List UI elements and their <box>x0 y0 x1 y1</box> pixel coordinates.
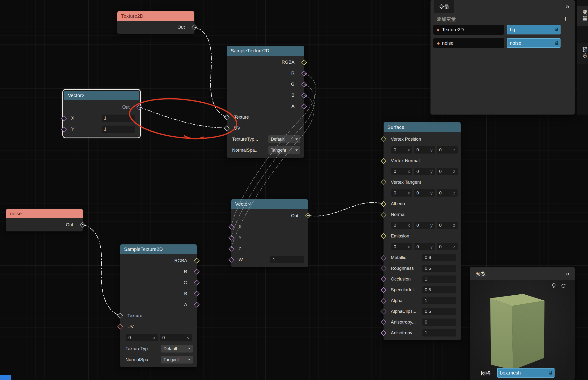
x-field[interactable]: 0x <box>391 146 412 153</box>
y-field[interactable]: 0y <box>414 190 435 197</box>
wire-vector4-to-surface-albedo[interactable] <box>308 203 383 216</box>
node-vector2[interactable]: Vector2 Out X 1 Y 1 <box>64 90 139 137</box>
variables-panel-tab[interactable]: 变量 <box>434 0 454 13</box>
variable-pill-noise[interactable]: ◆ noise <box>433 38 504 48</box>
x-field[interactable]: 0x <box>391 222 412 229</box>
bottom-left-blue-button[interactable] <box>0 375 11 380</box>
y-field[interactable]: 0y <box>414 243 435 250</box>
z-field[interactable]: 0z <box>437 190 458 197</box>
input-port-x[interactable] <box>228 224 234 229</box>
node-title[interactable]: noise <box>6 209 83 218</box>
normal-space-dropdown[interactable]: Tangent <box>268 146 300 154</box>
output-port-r[interactable] <box>301 70 307 76</box>
output-port-out[interactable] <box>305 213 311 219</box>
output-port-g[interactable] <box>301 81 307 87</box>
add-variable-button[interactable]: + <box>563 15 568 22</box>
output-port-out[interactable] <box>80 222 86 228</box>
input-port-anisotropy-b[interactable] <box>381 330 386 336</box>
input-port-texture[interactable] <box>224 114 229 120</box>
input-port-roughness[interactable] <box>381 266 386 271</box>
node-vector4[interactable]: Vector4 Out X Y Z W 1 <box>231 199 308 267</box>
node-title[interactable]: Vector2 <box>64 91 139 100</box>
mesh-input[interactable] <box>497 368 554 378</box>
output-port-out[interactable] <box>136 104 142 110</box>
node-title[interactable]: Surface <box>384 122 460 132</box>
input-port-alpha-clip[interactable] <box>381 308 386 314</box>
alpha-clip-field[interactable]: 0.5 <box>422 308 456 315</box>
input-port-normal[interactable] <box>381 212 386 217</box>
z-field[interactable]: 0z <box>437 168 458 175</box>
node-sampletexture2d-bottom[interactable]: SampleTexture2D RGBA R G B A Texture UV … <box>120 244 197 367</box>
preview-viewport[interactable]: 网格 <box>470 280 575 380</box>
tab-preview[interactable]: 预览 <box>577 43 588 64</box>
anisotropy-a-field[interactable]: 0 <box>422 319 456 326</box>
output-port-a[interactable] <box>194 302 200 307</box>
input-port-emission[interactable] <box>381 233 386 239</box>
x-field[interactable]: 0x <box>391 243 412 250</box>
input-port-y[interactable] <box>61 126 67 132</box>
node-title[interactable]: Vector4 <box>231 199 308 209</box>
occlusion-field[interactable]: 1 <box>422 275 456 283</box>
roughness-field[interactable]: 0.5 <box>422 265 456 272</box>
y-field[interactable]: 0y <box>414 168 435 175</box>
input-port-alpha[interactable] <box>381 298 386 304</box>
w-value-field[interactable]: 1 <box>270 256 304 263</box>
y-field[interactable]: 0y <box>414 146 435 153</box>
input-port-texture[interactable] <box>117 313 123 319</box>
wire-vector2-to-sample-uv[interactable] <box>139 107 226 128</box>
output-port-b[interactable] <box>194 291 200 297</box>
y-field[interactable]: 0y <box>414 222 435 229</box>
texture-type-dropdown[interactable]: Default <box>161 345 193 353</box>
wire-texture2d-to-sample-texture[interactable] <box>194 27 226 117</box>
metallic-field[interactable]: 0.6 <box>422 254 456 261</box>
variable-pill-texture2d[interactable]: ◆ Texture2D <box>433 25 504 35</box>
specular-field[interactable]: 0.5 <box>422 286 456 293</box>
input-port-vertex-tangent[interactable] <box>381 179 386 185</box>
variable-name-input-noise[interactable] <box>507 38 561 48</box>
node-noise-variable[interactable]: noise Out <box>6 209 83 231</box>
y-value-field[interactable]: 1 <box>102 126 135 133</box>
output-port-a[interactable] <box>301 103 307 109</box>
input-port-w[interactable] <box>228 257 234 263</box>
input-port-vertex-position[interactable] <box>381 136 386 142</box>
input-port-occlusion[interactable] <box>381 276 386 282</box>
x-field[interactable]: 0x <box>391 168 412 175</box>
output-port-r[interactable] <box>194 269 200 275</box>
z-field[interactable]: 0z <box>437 243 458 250</box>
node-surface[interactable]: Surface Vertex Position 0x 0y 0z Vertex … <box>383 122 461 340</box>
wire-noise-to-sample-texture[interactable] <box>82 225 119 315</box>
tab-variables[interactable]: 变量 <box>577 6 588 26</box>
input-port-uv[interactable] <box>117 324 123 330</box>
node-texture2d-variable[interactable]: Texture2D Out <box>117 11 195 34</box>
output-port-out[interactable] <box>191 24 197 30</box>
input-port-uv[interactable] <box>224 125 229 131</box>
node-title[interactable]: SampleTexture2D <box>227 46 304 56</box>
alpha-field[interactable]: 1 <box>422 297 456 304</box>
output-port-rgba[interactable] <box>301 59 307 65</box>
input-port-metallic[interactable] <box>381 255 386 260</box>
output-port-g[interactable] <box>194 280 200 285</box>
input-port-y[interactable] <box>228 235 234 241</box>
uv-y-field[interactable]: 0y <box>160 334 192 341</box>
node-sampletexture2d-top[interactable]: SampleTexture2D RGBA R G B A Texture UV … <box>227 46 304 158</box>
z-field[interactable]: 0z <box>437 146 458 153</box>
input-port-anisotropy-a[interactable] <box>381 319 386 325</box>
input-port-albedo[interactable] <box>381 201 386 207</box>
anisotropy-b-field[interactable]: 1 <box>422 329 456 337</box>
normal-space-dropdown[interactable]: Tangent <box>161 356 193 363</box>
node-title[interactable]: Texture2D <box>117 11 194 21</box>
uv-x-field[interactable]: 0x <box>126 334 158 341</box>
texture-type-dropdown[interactable]: Default <box>268 135 300 143</box>
z-field[interactable]: 0z <box>437 222 458 229</box>
variable-name-input-bg[interactable] <box>507 25 561 35</box>
output-port-b[interactable] <box>301 92 307 98</box>
x-field[interactable]: 0x <box>391 190 412 197</box>
input-port-x[interactable] <box>61 115 67 121</box>
collapse-panel-icon[interactable]: » <box>566 3 569 10</box>
input-port-z[interactable] <box>228 246 234 252</box>
input-port-specular-intensity[interactable] <box>381 287 386 293</box>
output-port-rgba[interactable] <box>194 258 200 264</box>
input-port-vertex-normal[interactable] <box>381 158 386 164</box>
collapse-panel-icon[interactable]: » <box>566 270 569 277</box>
x-value-field[interactable]: 1 <box>102 114 135 122</box>
